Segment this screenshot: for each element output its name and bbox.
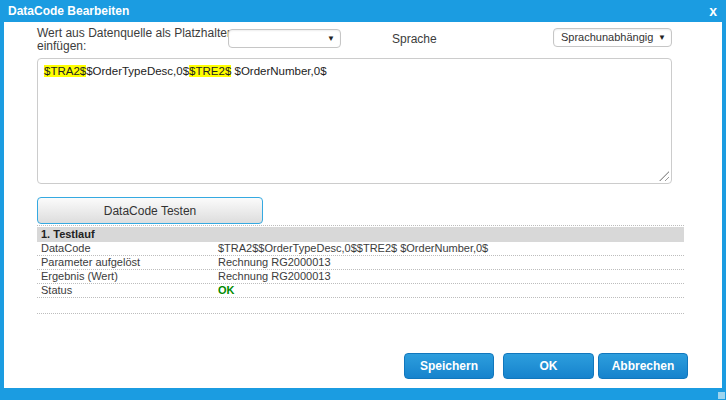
table-row: Status OK [37,284,684,298]
chevron-down-icon: ▼ [327,35,335,43]
row-value: Rechnung RG2000013 [218,256,684,269]
row-label: Ergebnis (Wert) [37,270,218,283]
sprache-select[interactable]: Sprachunabhängig ▼ [553,28,672,47]
dialog-title: DataCode Bearbeiten [8,4,129,18]
ok-button[interactable]: OK [503,353,594,379]
row-value: Rechnung RG2000013 [218,270,684,283]
status-value: OK [218,284,684,297]
row-label: Status [37,284,218,297]
dialog-titlebar: DataCode Bearbeiten [0,0,726,22]
editor-segment: $OrderTypeDesc,0$ [86,65,189,77]
cancel-button[interactable]: Abbrechen [598,353,688,379]
chevron-down-icon: ▼ [658,34,666,42]
test-run-header: 1. Testlauf [37,227,684,242]
datacode-test-button[interactable]: DataCode Testen [37,197,263,224]
datacode-editor[interactable]: $TRA2$$OrderTypeDesc,0$$TRE2$ $OrderNumb… [37,58,672,184]
sprache-label: Sprache [392,33,437,46]
table-row: Ergebnis (Wert) Rechnung RG2000013 [37,270,684,284]
dialog-resize-grip[interactable] [718,392,725,399]
row-label: Parameter aufgelöst [37,256,218,269]
placeholder-select[interactable]: ▼ [228,29,341,48]
row-label: DataCode [37,242,218,255]
table-row: DataCode $TRA2$$OrderTypeDesc,0$$TRE2$ $… [37,242,684,256]
datacode-edit-dialog: DataCode Bearbeiten x Wert aus Datenquel… [0,0,726,400]
placeholder-insert-label: Wert aus Datenquelle als Platzhalter ein… [37,27,237,53]
table-spacer-row [37,298,684,314]
editor-segment-highlighted: $TRA2$ [44,65,86,77]
sprache-select-value: Sprachunabhängig [561,31,653,43]
textarea-resize-handle[interactable] [659,171,669,181]
test-results-table: 1. Testlauf DataCode $TRA2$$OrderTypeDes… [37,225,684,314]
row-value: $TRA2$$OrderTypeDesc,0$$TRE2$ $OrderNumb… [218,242,684,255]
dialog-body: Wert aus Datenquelle als Platzhalter ein… [4,22,722,388]
editor-segment: $OrderNumber,0$ [231,65,326,77]
table-row: Parameter aufgelöst Rechnung RG2000013 [37,256,684,270]
editor-segment-highlighted: $TRE2$ [189,65,231,77]
save-button[interactable]: Speichern [404,353,494,379]
close-icon[interactable]: x [709,2,717,20]
